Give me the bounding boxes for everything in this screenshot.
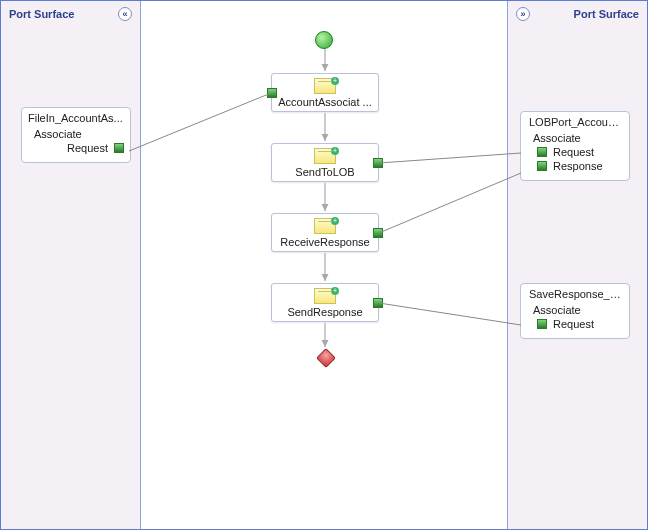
port-lob[interactable]: LOBPort_Account... Associate Request Res… bbox=[520, 111, 630, 181]
port-filein-msg-request-label: Request bbox=[67, 142, 108, 154]
shape-label: SendToLOB bbox=[272, 166, 378, 178]
plus-icon: + bbox=[331, 147, 339, 155]
port-filein[interactable]: FileIn_AccountAs... Associate Request bbox=[21, 107, 131, 163]
port-surface-right: Port Surface » LOBPort_Account... Associ… bbox=[507, 1, 647, 529]
port-surface-right-title: Port Surface bbox=[574, 8, 639, 20]
connector-icon[interactable] bbox=[537, 147, 547, 157]
connector-icon[interactable] bbox=[267, 88, 277, 98]
message-icon: + bbox=[314, 78, 336, 94]
port-save[interactable]: SaveResponse_A... Associate Request bbox=[520, 283, 630, 339]
port-filein-msg-request[interactable]: Request bbox=[28, 140, 124, 154]
port-surface-left: Port Surface « FileIn_AccountAs... Assoc… bbox=[1, 1, 141, 529]
receive-shape-account-associate[interactable]: + AccountAssociat ... bbox=[271, 73, 379, 112]
port-save-operation: Associate bbox=[527, 300, 623, 316]
port-save-msg-request[interactable]: Request bbox=[527, 316, 623, 330]
port-lob-msg-response[interactable]: Response bbox=[527, 158, 623, 172]
collapse-left-icon[interactable]: « bbox=[118, 7, 132, 21]
shape-label: ReceiveResponse bbox=[272, 236, 378, 248]
port-save-msg-request-label: Request bbox=[553, 318, 594, 330]
start-shape[interactable] bbox=[315, 31, 333, 49]
port-surface-left-title: Port Surface bbox=[9, 8, 74, 20]
connector-icon[interactable] bbox=[114, 143, 124, 153]
message-icon: + bbox=[314, 288, 336, 304]
message-icon: + bbox=[314, 218, 336, 234]
orchestration-canvas: Port Surface « FileIn_AccountAs... Assoc… bbox=[0, 0, 648, 530]
port-save-title: SaveResponse_A... bbox=[527, 288, 623, 300]
plus-icon: + bbox=[331, 217, 339, 225]
shape-label: AccountAssociat ... bbox=[272, 96, 378, 108]
port-lob-msg-response-label: Response bbox=[553, 160, 603, 172]
end-shape[interactable] bbox=[316, 348, 336, 368]
port-filein-title: FileIn_AccountAs... bbox=[28, 112, 124, 124]
connector-icon[interactable] bbox=[373, 158, 383, 168]
receive-shape-receiveresponse[interactable]: + ReceiveResponse bbox=[271, 213, 379, 252]
send-shape-sendtolob[interactable]: + SendToLOB bbox=[271, 143, 379, 182]
connector-icon[interactable] bbox=[537, 319, 547, 329]
plus-icon: + bbox=[331, 77, 339, 85]
message-icon: + bbox=[314, 148, 336, 164]
collapse-right-icon[interactable]: » bbox=[516, 7, 530, 21]
plus-icon: + bbox=[331, 287, 339, 295]
port-surface-right-header: Port Surface » bbox=[508, 1, 647, 27]
port-lob-msg-request-label: Request bbox=[553, 146, 594, 158]
port-surface-left-header: Port Surface « bbox=[1, 1, 140, 27]
connector-icon[interactable] bbox=[537, 161, 547, 171]
shape-label: SendResponse bbox=[272, 306, 378, 318]
connector-icon[interactable] bbox=[373, 298, 383, 308]
port-lob-msg-request[interactable]: Request bbox=[527, 144, 623, 158]
port-lob-operation: Associate bbox=[527, 128, 623, 144]
connector-icon[interactable] bbox=[373, 228, 383, 238]
send-shape-sendresponse[interactable]: + SendResponse bbox=[271, 283, 379, 322]
port-filein-operation: Associate bbox=[28, 124, 124, 140]
port-lob-title: LOBPort_Account... bbox=[527, 116, 623, 128]
